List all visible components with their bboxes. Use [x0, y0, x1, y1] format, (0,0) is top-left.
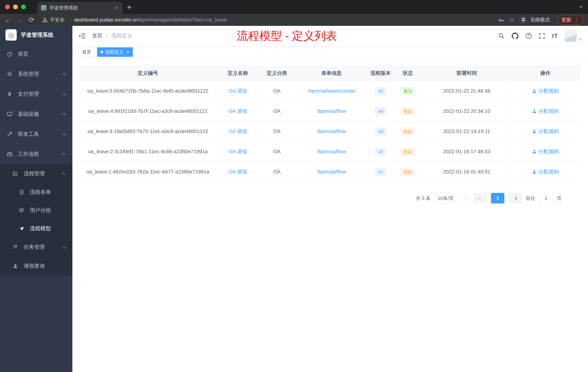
tab-search-icon[interactable] [578, 4, 583, 9]
tag-home[interactable]: 首页 [79, 47, 94, 57]
fullscreen-icon[interactable] [539, 33, 545, 39]
url-path: /bpm/manager/definition?key=oa_leave [138, 17, 227, 22]
definition-name-link[interactable]: OA 请假 [229, 88, 247, 94]
avatar[interactable] [565, 30, 577, 42]
back-icon[interactable]: ← [5, 17, 11, 23]
form-link[interactable]: /bpm/oa/flow [317, 169, 346, 175]
browser-update-chip[interactable]: 更新 ⋮ [557, 15, 583, 25]
definition-name-link[interactable]: OA 请假 [229, 168, 247, 175]
cell-definition-id: oa_leave:5:004b710b-7b8a-11ec-8ef0-acde4… [80, 81, 216, 101]
sidebar-item-payment-management[interactable]: ¥ 支付管理 [0, 84, 72, 104]
tag-close-icon[interactable]: × [126, 50, 129, 55]
assign-rule-link[interactable]: 分配规则 [532, 108, 559, 115]
reload-icon[interactable]: ⟳ [29, 17, 34, 23]
sidebar-item-label: 流程模型 [30, 225, 66, 232]
chevron-down-icon [62, 72, 66, 76]
form-link[interactable]: /bpm/oa/flow [317, 129, 346, 134]
tag-process-definition[interactable]: 流程定义 × [97, 47, 133, 57]
page-content: 定义编号 定义名称 定义分类 表单信息 流程版本 状态 部署时间 操作 oa_l… [72, 58, 588, 372]
url-host: dashboard.yudao.iocoder.cn [74, 17, 138, 22]
cell-definition-id: oa_leave:1:482ec033-762a-11ec-8477-a2380… [80, 162, 216, 182]
chat-bubble-icon [18, 208, 25, 213]
sidebar-item-task-management[interactable]: 任务管理 [0, 238, 72, 257]
bookmark-star-icon[interactable]: ☆ [509, 17, 514, 23]
column-header: 定义分类 [260, 66, 294, 81]
logo-title: 芋道管理系统 [21, 31, 53, 39]
chevron-right-icon [514, 197, 517, 200]
sidebar-item-process-form[interactable]: 流程表单 [0, 183, 72, 201]
forward-icon[interactable]: → [17, 17, 23, 23]
search-icon[interactable] [498, 33, 505, 39]
sidebar-collapse-icon[interactable] [79, 33, 86, 39]
sidebar-item-label: 首页 [18, 50, 66, 58]
assign-rule-label: 分配规则 [538, 128, 559, 135]
help-icon[interactable] [525, 33, 532, 39]
sidebar-item-label: 系统管理 [18, 70, 58, 78]
maximize-window-button[interactable] [21, 5, 26, 9]
page-size-select[interactable]: 10条/页 [435, 193, 470, 203]
password-key-icon[interactable] [498, 17, 504, 23]
form-link[interactable]: /bpm/oa/leave/create [308, 88, 355, 94]
incognito-label: 无痕模式 [530, 17, 550, 23]
user-avatar-menu[interactable] [565, 30, 582, 42]
current-page-button[interactable]: 1 [491, 193, 504, 203]
sidebar-item-dev-tools[interactable]: 研发工具 [0, 124, 72, 144]
browser-tab[interactable]: 芋道管理系统 × [37, 2, 123, 14]
user-icon [532, 149, 537, 154]
assign-rule-label: 分配规则 [538, 88, 559, 94]
table-row: oa_leave:3:1fad3d93-7b75-11ec-a3c8-acde4… [80, 121, 580, 142]
sidebar-item-infrastructure[interactable]: 基础设施 [0, 104, 72, 124]
sidebar-item-leave-query[interactable]: 请假查询 [0, 257, 72, 275]
browser-menu-icon[interactable]: ⋮ [574, 18, 579, 22]
assign-rule-link[interactable]: 分配规则 [532, 88, 559, 94]
definition-table: 定义编号 定义名称 定义分类 表单信息 流程版本 状态 部署时间 操作 oa_l… [80, 66, 580, 182]
sidebar-item-workflow[interactable]: 工作流程 [0, 144, 72, 164]
cell-deploy-time: 2022-01-22 20:34:10 [423, 101, 510, 121]
sidebar: 芋道管理系统 首页 系统管理 ¥ [0, 26, 72, 372]
cell-category: OA [260, 162, 294, 182]
user-icon [532, 109, 537, 114]
paper-plane-icon [18, 226, 25, 231]
form-link[interactable]: /bpm/oa/flow [317, 149, 346, 154]
next-page-button[interactable] [508, 193, 522, 203]
sidebar-item-process-management[interactable]: 流程管理 [0, 164, 72, 183]
pagination-total: 共 5 条 [416, 195, 430, 201]
minimize-window-button[interactable] [13, 5, 18, 9]
gear-icon [6, 71, 13, 77]
github-icon[interactable] [512, 33, 519, 39]
definition-name-link[interactable]: OA 请假 [229, 128, 247, 135]
column-header: 表单信息 [294, 66, 369, 81]
definition-name-link[interactable]: OA 请假 [229, 108, 247, 115]
warning-icon [42, 17, 48, 22]
font-size-icon[interactable]: tT [552, 33, 558, 39]
breadcrumb-home[interactable]: 首页 [92, 32, 103, 40]
status-badge: 挂起 [400, 147, 415, 156]
column-header: 定义名称 [216, 66, 260, 81]
site-security-chip[interactable]: 不安全 [42, 17, 64, 23]
cell-definition-id: oa_leave:3:1fad3d93-7b75-11ec-a3c8-acde4… [80, 121, 216, 142]
assign-rule-link[interactable]: 分配规则 [532, 168, 559, 175]
goto-label: 前往 [526, 195, 535, 201]
assign-rule-link[interactable]: 分配规则 [532, 148, 559, 155]
definition-name-link[interactable]: OA 请假 [229, 148, 247, 155]
url-field[interactable]: dashboard.yudao.iocoder.cn/bpm/manager/d… [74, 17, 498, 23]
document-icon [18, 190, 25, 195]
breadcrumb-current: 流程定义 [111, 32, 132, 40]
sidebar-item-label: 任务管理 [24, 243, 58, 251]
tab-close-icon[interactable]: × [115, 5, 118, 11]
cell-category: OA [260, 142, 294, 162]
sidebar-item-home[interactable]: 首页 [0, 44, 72, 64]
goto-page-input[interactable] [539, 193, 553, 203]
close-window-button[interactable] [5, 5, 10, 9]
prev-page-button[interactable] [473, 193, 487, 203]
column-header: 流程版本 [369, 66, 392, 81]
tag-label: 流程定义 [105, 49, 124, 55]
sidebar-item-user-group[interactable]: 用户分组 [0, 201, 72, 219]
assign-rule-link[interactable]: 分配规则 [532, 128, 559, 135]
form-link[interactable]: /bpm/oa/flow [317, 108, 346, 114]
sidebar-item-process-model[interactable]: 流程模型 [0, 219, 72, 238]
sidebar-logo[interactable]: 芋道管理系统 [0, 26, 72, 44]
new-tab-button[interactable]: + [127, 3, 132, 11]
sidebar-item-label: 流程表单 [30, 188, 66, 196]
sidebar-item-system-management[interactable]: 系统管理 [0, 64, 72, 84]
